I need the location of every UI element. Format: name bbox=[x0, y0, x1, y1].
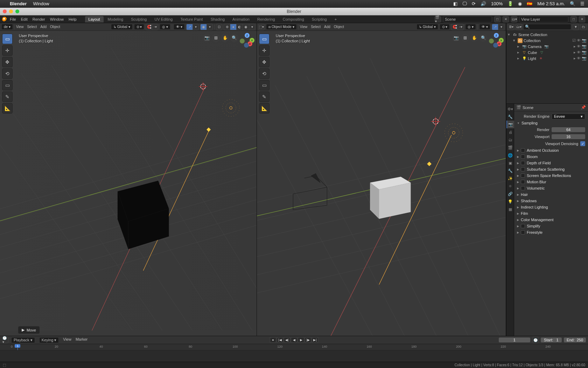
tab-modifier[interactable]: 🔧 bbox=[506, 167, 514, 175]
close-window-button[interactable] bbox=[3, 9, 7, 13]
keying-menu[interactable]: Keying ▾ bbox=[39, 337, 59, 343]
context-label[interactable]: Scene bbox=[523, 105, 533, 110]
panel-hair[interactable]: Hair bbox=[514, 191, 588, 198]
panel-color-management[interactable]: Color Management bbox=[514, 217, 588, 223]
display-icon[interactable]: 🖵 bbox=[462, 1, 467, 6]
panel-film[interactable]: Film bbox=[514, 210, 588, 217]
add-menu[interactable]: Add bbox=[324, 25, 330, 29]
scene-delete-button[interactable]: ✕ bbox=[503, 16, 509, 22]
file-menu[interactable]: File bbox=[10, 17, 16, 21]
mode-selector[interactable]: de ▾ bbox=[1, 24, 13, 30]
panel-motion-blur[interactable]: Motion Blur bbox=[514, 179, 588, 185]
tab-scene[interactable]: 🎬 bbox=[506, 144, 514, 151]
tool-annotate[interactable]: 📐 bbox=[2, 103, 13, 114]
end-frame-field[interactable]: End: 250 bbox=[564, 338, 586, 342]
display-mode-selector[interactable]: 🗂▾ bbox=[516, 24, 522, 30]
tool-scale[interactable]: ▭ bbox=[259, 80, 270, 90]
sampling-panel-header[interactable]: Sampling bbox=[514, 120, 588, 126]
timeline-track[interactable]: 020406080100120140160180200220240 1 bbox=[0, 344, 588, 362]
panel-depth-of-field[interactable]: Depth of Field bbox=[514, 160, 588, 166]
shading-lookdev[interactable]: ◐ bbox=[236, 24, 243, 30]
outliner-cube-row[interactable]: ▸ ▽ Cube ▽ ▸ 👁 📷 bbox=[506, 49, 588, 55]
redo-panel[interactable]: ▶ Move bbox=[18, 326, 40, 334]
tray-icon[interactable]: ◧ bbox=[453, 1, 457, 6]
battery-icon[interactable]: 🔋 bbox=[507, 1, 513, 6]
tab-object[interactable]: ▣ bbox=[506, 159, 514, 167]
tab-physics[interactable]: ⚛ bbox=[506, 182, 514, 190]
tool-rotate[interactable]: ⟲ bbox=[2, 68, 13, 79]
render-samples-field[interactable]: 64 bbox=[552, 127, 585, 132]
view-menu[interactable]: View bbox=[300, 25, 308, 29]
panel-simplify[interactable]: Simplify bbox=[514, 223, 588, 229]
scene-name-field[interactable]: Scene bbox=[443, 16, 492, 22]
volume-icon[interactable]: 🔊 bbox=[481, 1, 486, 6]
workspace-tab-texture[interactable]: Texture Paint bbox=[177, 16, 206, 22]
new-collection-button[interactable]: 🗀 bbox=[580, 24, 587, 30]
camera-view-button[interactable]: 📷 bbox=[203, 34, 211, 42]
xray-toggle[interactable]: ⊡ bbox=[216, 24, 222, 30]
viewport-canvas-right[interactable]: User Perspective (1) Collection | Light … bbox=[257, 31, 506, 336]
flag-icon[interactable]: 🇪🇸 bbox=[527, 1, 532, 6]
nav-gizmo[interactable]: Z Y X bbox=[240, 33, 254, 48]
layer-new-button[interactable]: □ bbox=[570, 16, 577, 22]
pin-icon[interactable]: 📌 bbox=[581, 105, 586, 110]
proportional-dropdown[interactable]: ◎ ▾ bbox=[465, 24, 476, 30]
tool-annotate[interactable]: 📐 bbox=[259, 103, 270, 114]
orientation-dropdown[interactable]: ↳ Global ▾ bbox=[416, 24, 438, 30]
object-menu[interactable]: Object bbox=[334, 25, 344, 29]
tab-particle[interactable]: ✨ bbox=[506, 175, 514, 182]
pivot-dropdown[interactable]: ⊙ ▾ bbox=[134, 24, 145, 30]
tab-material[interactable]: ▦ bbox=[506, 205, 514, 213]
add-menu[interactable]: Add bbox=[40, 25, 47, 29]
panel-bloom[interactable]: Bloom bbox=[514, 154, 588, 160]
play-reverse-button[interactable]: ◀ bbox=[291, 337, 297, 343]
wifi-icon[interactable]: ◉ bbox=[518, 1, 522, 6]
tool-cursor[interactable]: ✛ bbox=[2, 45, 13, 56]
view-menu[interactable]: View bbox=[16, 25, 24, 29]
current-frame-field[interactable]: 1 bbox=[499, 338, 530, 342]
clock[interactable]: Mié 2:53 a.m. bbox=[537, 1, 565, 6]
help-menu[interactable]: Help bbox=[69, 17, 77, 21]
outliner-search-input[interactable]: 🔍 bbox=[523, 24, 571, 30]
lock-range-button[interactable]: 🕐 bbox=[532, 337, 539, 343]
next-keyframe-button[interactable]: |▶ bbox=[305, 337, 311, 343]
viewlayer-name-field[interactable]: View Layer bbox=[519, 16, 568, 22]
viewport-samples-field[interactable]: 16 bbox=[552, 134, 585, 139]
panel-volumetric[interactable]: Volumetric bbox=[514, 185, 588, 191]
maximize-window-button[interactable] bbox=[15, 9, 19, 13]
pivot-dropdown[interactable]: ⊙ ▾ bbox=[440, 24, 450, 30]
tool-select[interactable]: ▭ bbox=[2, 34, 13, 44]
gizmo-toggle[interactable]: ↗ bbox=[492, 24, 498, 30]
overlay-options[interactable]: ▾ bbox=[206, 24, 213, 30]
jump-end-button[interactable]: ▶| bbox=[312, 337, 318, 343]
zoom-button[interactable]: 🔍 bbox=[479, 34, 488, 42]
window-menu[interactable]: Window bbox=[33, 1, 49, 6]
tab-constraint[interactable]: 🔗 bbox=[506, 190, 514, 198]
workspace-tab-layout[interactable]: Layout bbox=[85, 16, 104, 22]
tab-data[interactable]: 💡 bbox=[506, 198, 514, 205]
z-axis-icon[interactable]: Z bbox=[494, 33, 499, 38]
select-menu[interactable]: Select bbox=[27, 25, 37, 29]
jump-start-button[interactable]: |◀ bbox=[277, 337, 283, 343]
tool-transform[interactable]: ✎ bbox=[259, 91, 270, 102]
neg-z-axis-icon[interactable] bbox=[244, 43, 249, 48]
panel-ambient-occlusion[interactable]: Ambient Occlusion bbox=[514, 147, 588, 154]
snap-toggle[interactable]: 🧲 bbox=[451, 24, 457, 30]
snap-toggle[interactable]: 🧲 bbox=[146, 24, 152, 30]
overlay-toggle[interactable]: ◉ bbox=[200, 24, 206, 30]
snap-options[interactable]: ▫▾ bbox=[457, 24, 464, 30]
menu-icon[interactable]: ☰ bbox=[580, 1, 584, 6]
tool-move[interactable]: ✥ bbox=[259, 57, 270, 67]
tool-rotate[interactable]: ⟲ bbox=[259, 68, 270, 79]
minimize-window-button[interactable] bbox=[9, 9, 13, 13]
editor-type-selector[interactable]: ⚙▾ bbox=[506, 105, 514, 113]
mode-selector[interactable]: ⧈ Object Mode ▾ bbox=[266, 24, 297, 30]
timeline-ruler[interactable]: 020406080100120140160180200220240 1 bbox=[0, 344, 588, 350]
scene-new-button[interactable]: □ bbox=[494, 16, 500, 22]
neg-z-axis-icon[interactable] bbox=[493, 43, 498, 48]
zoom-button[interactable]: 🔍 bbox=[230, 34, 238, 42]
scene-browse-button[interactable]: 🎬▾ bbox=[435, 16, 441, 22]
camera-view-button[interactable]: 📷 bbox=[452, 34, 460, 42]
workspace-tab-rendering[interactable]: Rendering bbox=[254, 16, 279, 22]
collection-row[interactable]: ▾ 🗀 Collection ☑ 👁 📷 bbox=[506, 38, 588, 43]
